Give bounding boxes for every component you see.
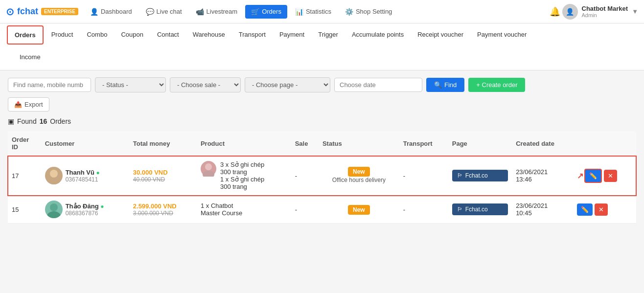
date-input[interactable]	[334, 78, 422, 92]
product-line2-15: Master Course	[201, 209, 287, 217]
actions-cell-15: ✏️ ✕	[573, 196, 636, 224]
col-actions	[573, 131, 636, 156]
user-avatar: 👤	[562, 4, 578, 20]
subnav-income[interactable]: Income	[13, 48, 47, 67]
orders-icon: 🛒	[251, 8, 259, 16]
status-badge-17: New	[348, 167, 370, 177]
sale-cell-17: -	[291, 156, 319, 196]
svg-point-4	[50, 203, 58, 211]
create-order-button[interactable]: + Create order	[468, 78, 525, 92]
svg-point-1	[47, 178, 61, 184]
found-bar: ▣ Found 16 Orders	[8, 117, 636, 125]
customer-avatar-15	[45, 201, 63, 218]
page-badge-15: 🏳 Fchat.co	[452, 203, 508, 215]
found-icon: ▣	[8, 117, 14, 125]
price-current-17: 30.000 VND	[133, 169, 193, 176]
subnav-payment[interactable]: Payment	[273, 26, 311, 45]
sale-select[interactable]: - Choose sale -	[170, 77, 241, 92]
nav-livechat[interactable]: 💬 Live chat	[140, 5, 188, 19]
subnav-warehouse[interactable]: Warehouse	[186, 26, 232, 45]
subnav-combo[interactable]: Combo	[80, 26, 114, 45]
bell-icon[interactable]: 🔔	[550, 6, 560, 17]
user-info: Chatbot Market Admin	[582, 5, 628, 18]
edit-button-15[interactable]: ✏️	[577, 203, 593, 216]
logo[interactable]: ⊙ fchat ENTERPRISE	[6, 6, 78, 18]
user-menu[interactable]: 👤 Chatbot Market Admin ▼	[562, 4, 639, 20]
found-count: 16	[40, 117, 47, 125]
sub-navbar: Orders Product Combo Coupon Contact Ware…	[0, 23, 644, 70]
order-id-17: 17	[8, 156, 41, 196]
svg-point-2	[205, 163, 212, 170]
nav-orders[interactable]: 🛒 Orders	[245, 5, 287, 19]
export-button[interactable]: 📤 Export	[8, 97, 49, 112]
edit-button-17[interactable]: ✏️	[584, 169, 602, 183]
arrow-indicator: ↗	[577, 171, 583, 180]
user-role: Admin	[582, 12, 628, 18]
main-content: - Status - - Choose sale - - Choose page…	[0, 70, 644, 230]
col-product: Product	[197, 131, 291, 156]
product-text-17: 3 x Sở ghi chép 300 trang 1 x Sở ghi ché…	[220, 161, 264, 190]
delete-button-15[interactable]: ✕	[595, 203, 608, 216]
logo-text: fchat	[17, 6, 38, 17]
col-total: Total money	[129, 131, 197, 156]
create-order-label: + Create order	[476, 81, 517, 89]
subnav-product[interactable]: Product	[45, 26, 80, 45]
price-old-15: 3.000.000 VND	[133, 210, 193, 217]
created-time-15: 10:45	[516, 209, 569, 217]
product-avatar-17	[201, 161, 216, 177]
subnav-paymentvoucher[interactable]: Payment voucher	[470, 26, 533, 45]
search-input[interactable]	[8, 78, 91, 92]
orders-table: OrderID Customer Total money Product Sal…	[8, 131, 636, 224]
find-button[interactable]: 🔍 Find	[426, 78, 464, 92]
enterprise-badge: ENTERPRISE	[41, 8, 78, 15]
found-suffix: Orders	[50, 117, 71, 125]
subnav-accumulate[interactable]: Accumulate points	[345, 26, 411, 45]
search-icon: 🔍	[434, 81, 442, 89]
product-line2-17: 300 trang	[220, 168, 264, 176]
top-navbar: ⊙ fchat ENTERPRISE 👤 Dashboard 💬 Live ch…	[0, 0, 644, 23]
created-cell-17: 23/06/2021 13:46	[512, 156, 573, 196]
user-dropdown-icon[interactable]: ▼	[632, 8, 638, 15]
subnav-receipt[interactable]: Receipt voucher	[411, 26, 470, 45]
page-select[interactable]: - Choose page -	[245, 77, 330, 92]
nav-dashboard[interactable]: 👤 Dashboard	[84, 5, 138, 19]
product-line3-17: 1 x Sở ghi chép	[220, 176, 264, 183]
subnav-trigger[interactable]: Trigger	[311, 26, 345, 45]
flag-icon-15: 🏳	[457, 206, 463, 213]
filters-row: - Status - - Choose sale - - Choose page…	[8, 77, 636, 92]
subnav-coupon[interactable]: Coupon	[114, 26, 150, 45]
status-select[interactable]: - Status -	[95, 77, 166, 92]
nav-shopsetting-label: Shop Setting	[356, 8, 392, 15]
created-cell-15: 23/06/2021 10:45	[512, 196, 573, 224]
col-transport: Transport	[399, 131, 448, 156]
customer-name-15: Thảo Đăng ●	[66, 203, 104, 210]
created-date-15: 23/06/2021	[516, 202, 569, 209]
user-name: Chatbot Market	[582, 5, 628, 12]
customer-name-17: Thanh Vũ ●	[66, 169, 100, 176]
created-date-17: 23/06/2021	[516, 168, 569, 176]
subnav-orders[interactable]: Orders	[7, 25, 44, 45]
svg-point-3	[203, 171, 214, 177]
created-time-17: 13:46	[516, 176, 569, 183]
flag-icon-17: 🏳	[457, 172, 463, 179]
svg-point-0	[50, 170, 58, 178]
statistics-icon: 📊	[295, 8, 303, 16]
online-indicator-17: ●	[96, 169, 100, 176]
dashboard-icon: 👤	[90, 8, 98, 16]
subnav-contact[interactable]: Contact	[150, 26, 186, 45]
delete-button-17[interactable]: ✕	[604, 170, 617, 182]
page-badge-17: 🏳 Fchat.co	[452, 170, 508, 181]
nav-livestream[interactable]: 📹 Livestream	[190, 5, 244, 19]
product-line4-17: 300 trang	[220, 183, 264, 190]
export-icon: 📤	[14, 101, 22, 108]
nav-statistics[interactable]: 📊 Statistics	[289, 5, 337, 19]
nav-shopsetting[interactable]: ⚙️ Shop Setting	[339, 5, 398, 19]
product-text-15: 1 x Chatbot Master Course	[201, 202, 287, 217]
customer-phone-15: 0868367876	[66, 210, 104, 217]
customer-avatar-17	[45, 167, 63, 184]
product-line1-17: 3 x Sở ghi chép	[220, 161, 264, 168]
find-label: Find	[444, 81, 457, 89]
total-cell-17: 30.000 VND 40.000 VND	[129, 156, 197, 196]
col-order-id: OrderID	[8, 131, 41, 156]
subnav-transport[interactable]: Transport	[232, 26, 273, 45]
